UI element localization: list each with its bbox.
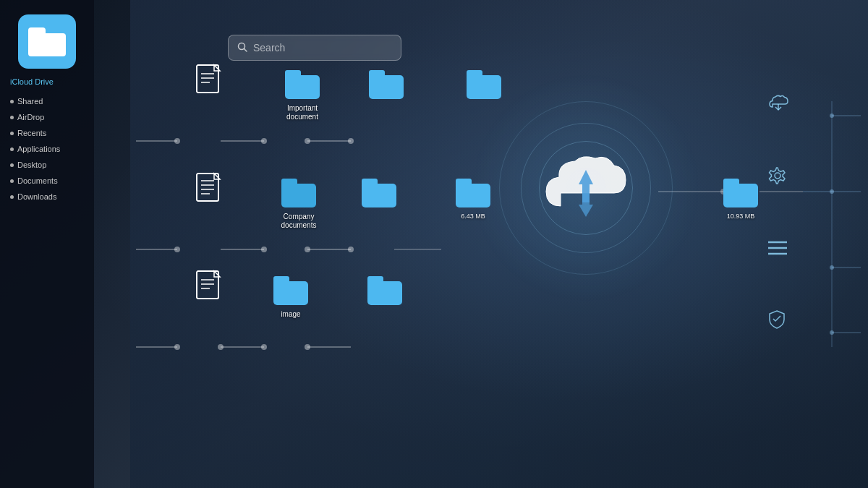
folder-row2-a[interactable]: Company documents [273, 179, 324, 230]
svg-point-53 [775, 173, 780, 179]
svg-point-5 [261, 138, 267, 144]
folder-row2-b[interactable] [362, 179, 396, 207]
sidebar-item-downloads[interactable]: Downloads [0, 189, 94, 205]
sidebar-item-desktop[interactable]: Desktop [0, 157, 94, 173]
svg-point-14 [305, 247, 310, 252]
sidebar-item-shared[interactable]: Shared [0, 93, 94, 109]
doc-icon-row2 [195, 172, 224, 211]
bullet-dot [10, 163, 14, 167]
search-bar[interactable] [228, 35, 401, 61]
svg-point-3 [174, 138, 180, 144]
search-icon [237, 42, 247, 54]
svg-point-44 [830, 189, 834, 194]
folder-row1-b[interactable] [369, 70, 404, 99]
svg-line-1 [244, 48, 247, 51]
svg-rect-28 [197, 174, 218, 201]
bullet-dot [10, 147, 14, 151]
svg-point-12 [261, 247, 267, 252]
folder-row2-c[interactable]: 6.43 MB [456, 179, 490, 220]
bullet-dot [10, 116, 14, 119]
bullet-dot [10, 132, 14, 135]
sidebar-active-label: iCloud Drive [0, 77, 94, 86]
svg-rect-33 [197, 271, 218, 299]
svg-point-20 [261, 344, 267, 350]
svg-point-15 [348, 247, 354, 252]
svg-point-45 [830, 265, 834, 270]
folder-icon [723, 179, 758, 207]
shield-icon [768, 309, 788, 333]
folder-icon [281, 179, 316, 207]
svg-point-21 [218, 344, 224, 350]
sidebar: iCloud Drive Shared AirDrop Recents Appl… [0, 0, 94, 488]
main-area: Important document Company documents 6.4… [94, 0, 868, 488]
folder-icon [467, 70, 501, 99]
folder-icon [273, 276, 308, 305]
right-panel-icons [768, 94, 788, 333]
bars-icon [768, 240, 788, 259]
folder-icon [362, 179, 396, 207]
folder-row3-b[interactable] [367, 276, 402, 305]
cloud-download-icon [768, 94, 788, 116]
sidebar-folder-icon [18, 14, 76, 69]
folder-row1-c[interactable] [467, 70, 501, 99]
bullet-dot [10, 100, 14, 103]
cloud-upload-area [514, 116, 658, 260]
svg-point-46 [830, 330, 834, 335]
gear-icon [768, 166, 788, 189]
folder-row1-a[interactable]: Important document [273, 70, 331, 121]
folder-icon [456, 179, 490, 207]
folder-icon-large [28, 27, 66, 56]
svg-rect-24 [197, 65, 218, 93]
svg-point-10 [174, 247, 180, 252]
sidebar-item-documents[interactable]: Documents [0, 173, 94, 189]
search-input[interactable] [253, 42, 392, 53]
folder-row3-a[interactable]: image [273, 276, 308, 319]
folder-icon [369, 70, 404, 99]
svg-point-43 [830, 114, 834, 118]
svg-point-7 [348, 138, 354, 144]
bullet-dot [10, 179, 14, 183]
folder-icon [367, 276, 402, 305]
svg-point-23 [305, 344, 310, 350]
sidebar-item-applications[interactable]: Applications [0, 141, 94, 157]
svg-point-8 [305, 138, 310, 144]
folder-icon [285, 70, 320, 99]
sidebar-item-airdrop[interactable]: AirDrop [0, 109, 94, 125]
svg-point-18 [174, 344, 180, 350]
doc-icon-row3 [195, 270, 224, 309]
bullet-dot [10, 195, 14, 199]
doc-icon-row1 [195, 64, 224, 103]
folder-far-right[interactable]: 10.93 MB [723, 179, 758, 220]
sidebar-item-recents[interactable]: Recents [0, 125, 94, 141]
svg-marker-38 [579, 193, 593, 217]
